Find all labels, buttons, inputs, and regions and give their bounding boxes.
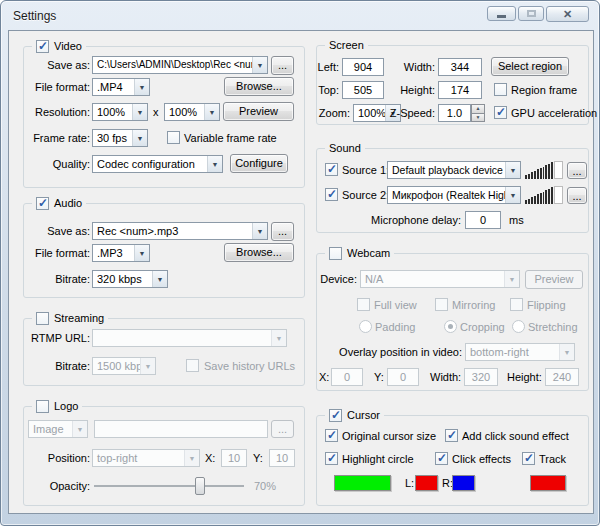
audio-file-format-label: File format:	[26, 247, 90, 260]
close-button[interactable]: ✕	[546, 6, 589, 22]
streaming-group-label: Streaming	[54, 312, 104, 325]
screen-top-field[interactable]: 505	[342, 81, 384, 99]
click-effects-checkbox[interactable]	[435, 452, 448, 465]
save-as-label: Save as:	[26, 59, 90, 72]
webcam-checkbox[interactable]	[329, 247, 342, 260]
audio-bitrate-label: Bitrate:	[26, 273, 90, 286]
caption-buttons: ✕	[487, 6, 589, 22]
audio-save-as-browse-dots-button[interactable]: ...	[271, 222, 294, 241]
video-browse-button[interactable]: Browse...	[224, 77, 294, 96]
gpu-acceleration-checkbox[interactable]	[494, 106, 507, 119]
quality-combo[interactable]: Codec configuration▼	[92, 155, 223, 173]
chevron-down-icon: ▼	[132, 130, 147, 146]
resolution-width-combo[interactable]: 100%▼	[92, 103, 148, 121]
left-click-color-swatch[interactable]	[415, 475, 438, 491]
screen-height-field[interactable]: 174	[438, 81, 482, 99]
video-save-as-combo[interactable]: C:\Users\ADMIN\Desktop\Rec <num>▼	[92, 56, 268, 74]
webcam-x-field: 0	[331, 368, 363, 386]
screen-zoom-label: Zoom:	[315, 107, 350, 120]
webcam-width-label: Width:	[430, 371, 461, 384]
audio-bitrate-combo[interactable]: 320 kbps▼	[92, 270, 168, 288]
logo-checkbox[interactable]	[36, 400, 49, 413]
configure-button[interactable]: Configure	[230, 154, 288, 173]
logo-type-combo: Image▼	[28, 420, 88, 438]
track-checkbox[interactable]	[522, 452, 535, 465]
chevron-down-icon: ▼	[184, 450, 199, 466]
chevron-down-icon: ▼	[204, 104, 219, 120]
logo-x-label: X:	[205, 452, 215, 465]
track-color-swatch[interactable]	[530, 475, 566, 491]
zspeed-spinner[interactable]: ▲▼	[471, 104, 485, 122]
video-save-as-browse-dots-button[interactable]: ...	[271, 56, 294, 75]
chevron-down-icon: ▼	[271, 330, 286, 346]
resolution-label: Resolution:	[26, 106, 90, 119]
source1-options-dots-button[interactable]: ...	[567, 162, 587, 179]
source2-combo[interactable]: Микрофон (Realtek High▼	[387, 186, 521, 204]
audio-browse-button[interactable]: Browse...	[224, 243, 294, 262]
screen-width-field[interactable]: 344	[438, 58, 482, 76]
chevron-down-icon: ▼	[132, 104, 147, 120]
source1-checkbox[interactable]	[325, 163, 338, 176]
click-effects-label: Click effects	[452, 453, 511, 466]
video-file-format-combo[interactable]: .MP4▼	[92, 78, 150, 96]
highlight-circle-checkbox[interactable]	[325, 452, 338, 465]
webcam-group-label: Webcam	[347, 247, 390, 260]
select-region-button[interactable]: Select region	[491, 57, 569, 76]
spinner-up-icon[interactable]: ▲	[471, 104, 485, 114]
zspeed-label: Z-Speed:	[387, 107, 435, 120]
region-frame-checkbox[interactable]	[494, 83, 507, 96]
audio-group: Audio Save as: Rec <num>.mp3▼ ... File f…	[23, 203, 305, 298]
maximize-button[interactable]	[518, 6, 544, 21]
cursor-checkbox[interactable]	[329, 409, 342, 422]
add-click-sound-checkbox[interactable]	[445, 429, 458, 442]
chevron-down-icon: ▼	[134, 79, 149, 95]
cropping-label: Cropping	[460, 321, 505, 334]
webcam-width-field: 320	[464, 368, 498, 386]
track-label: Track	[539, 453, 566, 466]
highlight-color-swatch[interactable]	[334, 475, 391, 491]
source1-combo[interactable]: Default playback device▼	[387, 161, 521, 179]
chevron-down-icon: ▼	[505, 187, 520, 203]
original-cursor-size-checkbox[interactable]	[325, 429, 338, 442]
sound-group-label: Sound	[329, 142, 361, 155]
source2-options-dots-button[interactable]: ...	[567, 187, 587, 204]
chevron-down-icon: ▼	[504, 271, 519, 287]
preview-button[interactable]: Preview	[223, 102, 294, 121]
audio-group-label: Audio	[54, 197, 82, 210]
audio-file-format-combo[interactable]: .MP3▼	[92, 244, 150, 262]
source2-checkbox[interactable]	[325, 188, 338, 201]
padding-radio	[359, 320, 372, 333]
highlight-circle-label: Highlight circle	[342, 453, 414, 466]
minimize-button[interactable]	[487, 6, 516, 21]
audio-checkbox[interactable]	[36, 197, 49, 210]
overlay-position-label: Overlay position in video:	[317, 346, 462, 359]
streaming-checkbox[interactable]	[36, 312, 49, 325]
cursor-group-label: Cursor	[347, 409, 380, 422]
opacity-slider-track[interactable]	[94, 485, 244, 487]
video-checkbox[interactable]	[36, 40, 49, 53]
variable-frame-rate-checkbox[interactable]	[167, 131, 180, 144]
audio-save-as-combo[interactable]: Rec <num>.mp3▼	[92, 222, 268, 240]
spinner-down-icon[interactable]: ▼	[471, 114, 485, 123]
frame-rate-combo[interactable]: 30 fps▼	[92, 129, 148, 147]
titlebar[interactable]: Settings ✕	[1, 1, 599, 30]
right-click-color-swatch[interactable]	[452, 475, 475, 491]
mic-delay-field[interactable]: 0	[465, 211, 501, 229]
logo-browse-dots-button: ...	[271, 420, 294, 438]
full-view-label: Full view	[374, 299, 417, 312]
mirroring-checkbox	[435, 298, 448, 311]
screen-left-label: Left:	[313, 61, 339, 74]
logo-x-field: 10	[221, 449, 247, 467]
screen-left-field[interactable]: 904	[342, 58, 384, 76]
chevron-down-icon: ▼	[252, 57, 267, 73]
opacity-slider[interactable]	[94, 477, 244, 495]
opacity-slider-thumb[interactable]	[195, 477, 205, 495]
logo-group: Logo Image▼ ... Position: top-right▼ X: …	[23, 406, 305, 506]
resolution-height-combo[interactable]: 100%▼	[164, 103, 220, 121]
logo-path-field	[94, 420, 268, 438]
zspeed-field[interactable]: 1.0	[438, 104, 471, 122]
frame-rate-label: Frame rate:	[26, 132, 90, 145]
region-frame-label: Region frame	[511, 84, 577, 97]
webcam-group: Webcam Device: N/A▼ Preview Full view Mi…	[316, 253, 589, 391]
webcam-y-label: Y:	[374, 371, 384, 384]
